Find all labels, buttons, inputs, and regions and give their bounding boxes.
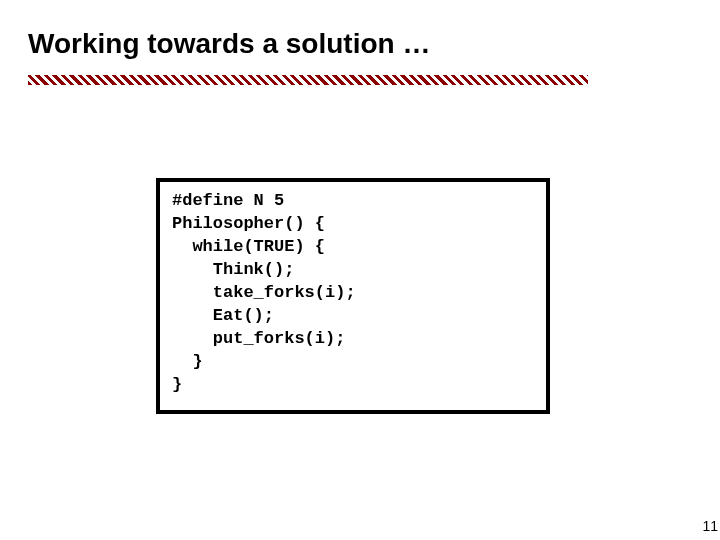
code-line: Philosopher() { (172, 213, 534, 236)
code-line: Eat(); (172, 305, 534, 328)
code-line: while(TRUE) { (172, 236, 534, 259)
code-line: } (172, 351, 534, 374)
code-line: take_forks(i); (172, 282, 534, 305)
code-line: put_forks(i); (172, 328, 534, 351)
code-line: #define N 5 (172, 190, 534, 213)
slide-title: Working towards a solution … (28, 28, 430, 60)
code-block: #define N 5 Philosopher() { while(TRUE) … (156, 178, 550, 414)
title-divider (28, 75, 588, 85)
page-number: 11 (702, 518, 718, 534)
code-line: Think(); (172, 259, 534, 282)
code-line: } (172, 374, 534, 397)
